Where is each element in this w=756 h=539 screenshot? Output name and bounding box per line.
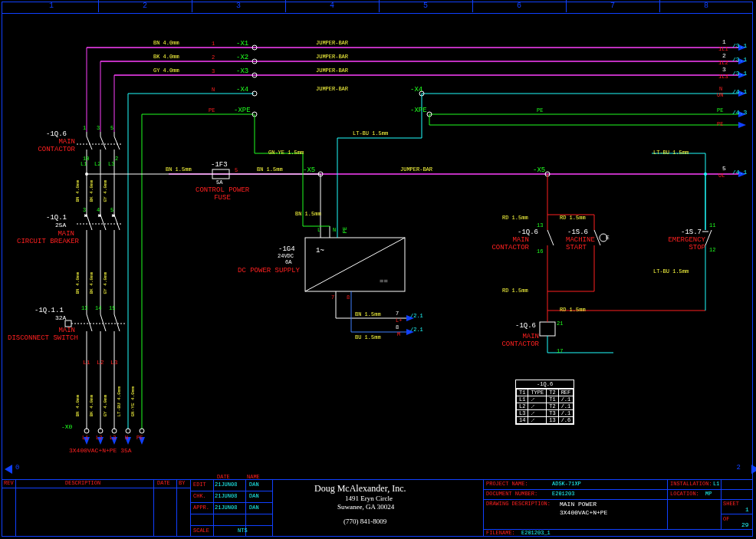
- t12: 3: [97, 125, 100, 131]
- jumper-x4: JUMPER-BAR: [316, 86, 348, 92]
- ref-coil: -1Q.6: [515, 322, 536, 330]
- tb-chk-l: CHK.: [193, 493, 206, 499]
- jumper-x2: JUMPER-BAR: [316, 54, 348, 60]
- es1: 11: [709, 222, 715, 228]
- tb-addr2: Suwanee, GA 30024: [337, 503, 394, 511]
- xr-3: /3.1: [732, 70, 747, 77]
- lbl-disc: MAINDISCONNECT SWITCH: [8, 327, 75, 342]
- lbl-c2: MAINCONTACTOR: [483, 236, 529, 251]
- supply-label: 3X400VAC+N+PE 35A: [69, 447, 132, 454]
- w-rd1: RD 1.5mm: [502, 215, 528, 221]
- r-1: 1: [722, 38, 726, 45]
- col-8: 8: [704, 2, 708, 10]
- sn: N: [125, 435, 128, 441]
- bt1: 3: [83, 207, 86, 213]
- ref-estop: -1S.7: [681, 228, 702, 236]
- wn3: 3: [212, 68, 215, 74]
- tb-name-h: NAME: [247, 474, 260, 480]
- wn5: 5: [235, 167, 238, 173]
- wv5: BK 4.0mm: [89, 272, 94, 294]
- wn2: 2: [212, 54, 215, 61]
- r-ul: UL: [718, 173, 725, 179]
- es2: 12: [709, 247, 715, 253]
- start-sym: E: [606, 234, 610, 241]
- term-x5: -X5: [303, 166, 315, 174]
- tb-edit-l: EDIT: [193, 481, 206, 488]
- term-x3: -X3: [236, 67, 248, 75]
- c2t1: 13: [537, 222, 543, 228]
- r-n: N: [719, 86, 722, 92]
- bt3: 5: [110, 207, 113, 213]
- r-1l1: 1L1: [718, 46, 728, 52]
- term-xpe: -XPE: [234, 107, 251, 114]
- spe: PE: [136, 435, 143, 441]
- psu-n: N: [333, 227, 336, 233]
- lbl-psu: DC POWER SUPPLY: [238, 267, 299, 274]
- sl3: L3: [110, 435, 116, 441]
- psu-i: 6A: [285, 259, 291, 265]
- w-gy40: GY 4.0mm: [153, 67, 179, 74]
- psu-v: 24VDC: [278, 253, 294, 259]
- tb-edit-d: 21JUN08: [215, 481, 237, 488]
- term-xpeb: -XPE: [410, 107, 427, 114]
- bt2: 4: [97, 207, 100, 213]
- term-x4b: -X4: [410, 86, 422, 94]
- tb-proj-v: ADSK-71XP: [552, 481, 581, 487]
- term-x0: -X0: [61, 423, 72, 430]
- rating-breaker: 25A: [55, 222, 66, 228]
- wn-n: N: [212, 87, 215, 93]
- tb-edit-n: DAN: [249, 481, 259, 488]
- lbl-coil: MAINCONTACTOR: [495, 333, 539, 348]
- col-6: 6: [517, 2, 521, 10]
- ref-psu: -1G4: [278, 245, 295, 253]
- ph-l3: L3: [108, 161, 114, 167]
- ref-breaker: -1Q.1: [46, 214, 67, 222]
- tb-rev: REV: [4, 480, 14, 486]
- lbl-fuse: CONTROL POWERFUSE: [196, 186, 249, 202]
- psu7: 7: [331, 294, 334, 301]
- wv9: GY 4.0mm: [103, 395, 108, 417]
- wv8: BK 4.0mm: [89, 395, 94, 417]
- rating-fuse: 5A: [216, 179, 222, 186]
- tb-phone: (770) 841-8009: [343, 518, 386, 525]
- tb-appr-d: 21JUN08: [215, 504, 237, 511]
- drawing-frame: [2, 2, 753, 537]
- tb-date-h: DATE: [217, 474, 230, 480]
- tb-chk-d: 21JUN08: [215, 493, 237, 499]
- wv4: BN 4.0mm: [75, 272, 81, 294]
- ref-start: -1S.6: [567, 228, 588, 236]
- wv2: BK 4.0mm: [89, 180, 94, 202]
- wv10: LT-BU 4.0mm: [117, 386, 122, 417]
- tb-dwg-l: DRAWING DESCRIPTION:: [486, 501, 551, 507]
- tb-loc-l: LOCATION:: [670, 491, 699, 497]
- term-x1: -X1: [236, 40, 248, 48]
- xr-l: /2.1: [410, 313, 423, 319]
- lbl-start: MACHINESTART: [566, 236, 595, 251]
- psu-l: L: [317, 227, 320, 233]
- ct-ref: -1Q.6: [516, 380, 574, 389]
- tb-file-v: E201203_1: [521, 530, 551, 536]
- psu-pe: PE: [342, 227, 348, 233]
- r-5n: 5: [722, 165, 726, 172]
- tb-proj-l: PROJECT NAME:: [486, 481, 528, 487]
- rating-disc: 32A: [55, 314, 66, 321]
- bb2: 14: [95, 305, 101, 311]
- ph-l1: L1: [81, 161, 87, 167]
- out-l: L+: [396, 317, 402, 324]
- tb-chk-n: DAN: [249, 493, 259, 499]
- w-ltbu2: LT-BU 1.5mm: [653, 150, 689, 156]
- t23: 2: [115, 156, 118, 162]
- tb-scale-l: SCALE: [193, 527, 209, 534]
- xr-1: /3.1: [732, 42, 747, 49]
- bb3: 15: [109, 305, 115, 311]
- w-ltbu15: LT-BU 1.5mm: [353, 130, 388, 136]
- r-pe1: PE: [717, 107, 723, 113]
- col-1: 1: [49, 2, 54, 10]
- w-bk40: BK 4.0mm: [153, 54, 179, 60]
- r-un: UN: [717, 92, 723, 98]
- col-3: 3: [236, 2, 241, 10]
- wv3: GY 4.0mm: [103, 180, 108, 202]
- tb-dwg-v2: 3X400VAC+N+PE: [560, 509, 607, 516]
- xr-n: /4.1: [732, 88, 747, 95]
- out7: 7: [396, 311, 399, 317]
